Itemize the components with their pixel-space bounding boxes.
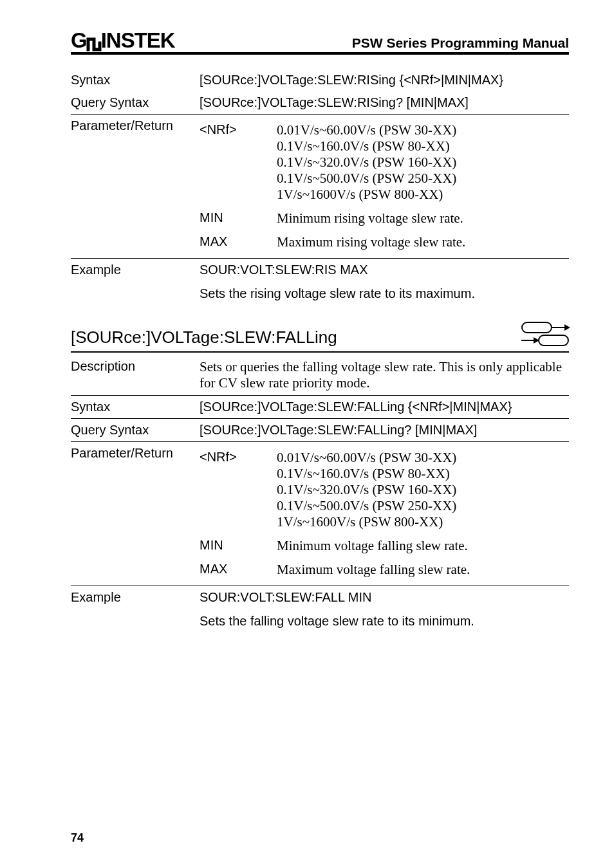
parameter-return-values: <NRf>0.01V/s~60.00V/s (PSW 30-XX)0.1V/s~… [200, 446, 569, 582]
example-label: Example [71, 590, 200, 605]
param-value-line: 0.1V/s~500.0V/s (PSW 250-XX) [277, 498, 569, 514]
description-row: Description Sets or queries the falling … [71, 353, 569, 395]
description-value: Sets or queries the falling voltage slew… [200, 359, 569, 391]
parameter-return-row: Parameter/Return <NRf>0.01V/s~60.00V/s (… [71, 442, 569, 586]
param-value-line: Minimum voltage falling slew rate. [277, 538, 569, 554]
param-value-line: 1V/s~1600V/s (PSW 800-XX) [277, 514, 569, 530]
param-value-line: 0.01V/s~60.00V/s (PSW 30-XX) [277, 122, 569, 138]
parameter-return-label: Parameter/Return [71, 446, 200, 461]
query-syntax-value: [SOURce:]VOLTage:SLEW:FALLing? [MIN|MAX] [200, 423, 569, 438]
param-entry: MINMinimum voltage falling slew rate. [200, 534, 569, 558]
param-value: 0.01V/s~60.00V/s (PSW 30-XX)0.1V/s~160.0… [277, 122, 569, 203]
syntax-row: Syntax [SOURce:]VOLTage:SLEW:FALLing {<N… [71, 396, 569, 418]
set-query-icon [521, 322, 569, 347]
parameter-return-row: Parameter/Return <NRf>0.01V/s~60.00V/s (… [71, 115, 569, 258]
logo-left: G [71, 30, 87, 51]
set-icon [521, 322, 569, 333]
example-row: Example SOUR:VOLT:SLEW:FALL MIN [71, 586, 569, 609]
query-syntax-row: Query Syntax [SOURce:]VOLTage:SLEW:RISin… [71, 91, 569, 114]
param-key: MIN [200, 538, 277, 554]
param-entry: <NRf>0.01V/s~60.00V/s (PSW 30-XX)0.1V/s~… [200, 446, 569, 534]
param-value: Minimum rising voltage slew rate. [277, 210, 569, 226]
param-value-line: 0.1V/s~500.0V/s (PSW 250-XX) [277, 171, 569, 187]
query-icon [521, 335, 569, 346]
param-key: MAX [200, 234, 277, 250]
param-entry: MAXMaximum voltage falling slew rate. [200, 558, 569, 582]
parameter-return-label: Parameter/Return [71, 118, 200, 133]
syntax-label: Syntax [71, 73, 200, 88]
logo-glyph-icon [86, 34, 102, 52]
syntax-value: [SOURce:]VOLTage:SLEW:FALLing {<NRf>|MIN… [200, 400, 569, 414]
page-number: 74 [71, 831, 84, 845]
param-value-line: 0.1V/s~320.0V/s (PSW 160-XX) [277, 154, 569, 171]
param-value: Minimum voltage falling slew rate. [277, 538, 569, 554]
param-value-line: 0.1V/s~320.0V/s (PSW 160-XX) [277, 482, 569, 498]
param-entry: MINMinimum rising voltage slew rate. [200, 207, 569, 230]
command-heading: [SOURce:]VOLTage:SLEW:FALLing [71, 328, 337, 347]
param-value-line: 0.01V/s~60.00V/s (PSW 30-XX) [277, 450, 569, 466]
param-key: MIN [200, 210, 277, 226]
page-title: PSW Series Programming Manual [352, 35, 569, 51]
param-value-line: Minimum rising voltage slew rate. [277, 210, 569, 226]
query-syntax-value: [SOURce:]VOLTage:SLEW:RISing? [MIN|MAX] [200, 95, 569, 110]
param-value: Maximum rising voltage slew rate. [277, 234, 569, 250]
command-heading-row: [SOURce:]VOLTage:SLEW:FALLing [71, 322, 569, 347]
param-value-line: Maximum voltage falling slew rate. [277, 562, 569, 578]
param-value-line: 1V/s~1600V/s (PSW 800-XX) [277, 187, 569, 203]
syntax-label: Syntax [71, 400, 200, 414]
query-syntax-row: Query Syntax [SOURce:]VOLTage:SLEW:FALLi… [71, 419, 569, 441]
brand-logo: G INSTEK [71, 30, 175, 51]
param-entry: <NRf>0.01V/s~60.00V/s (PSW 30-XX)0.1V/s~… [200, 118, 569, 207]
page-header: G INSTEK PSW Series Programming Manual [71, 30, 569, 55]
parameter-return-values: <NRf>0.01V/s~60.00V/s (PSW 30-XX)0.1V/s~… [200, 118, 569, 254]
param-key: <NRf> [200, 450, 277, 530]
example-row: Example SOUR:VOLT:SLEW:RIS MAX [71, 259, 569, 281]
example-note: Sets the falling voltage slew rate to it… [71, 609, 569, 631]
query-syntax-label: Query Syntax [71, 423, 200, 438]
syntax-row: Syntax [SOURce:]VOLTage:SLEW:RISing {<NR… [71, 69, 569, 91]
param-value-line: 0.1V/s~160.0V/s (PSW 80-XX) [277, 466, 569, 482]
param-value-line: 0.1V/s~160.0V/s (PSW 80-XX) [277, 138, 569, 154]
example-note: Sets the rising voltage slew rate to its… [71, 281, 569, 304]
param-entry: MAXMaximum rising voltage slew rate. [200, 230, 569, 254]
param-key: MAX [200, 562, 277, 578]
query-syntax-label: Query Syntax [71, 95, 200, 110]
param-value: Maximum voltage falling slew rate. [277, 562, 569, 578]
example-value: SOUR:VOLT:SLEW:FALL MIN [200, 590, 569, 605]
logo-right: INSTEK [101, 30, 175, 51]
example-value: SOUR:VOLT:SLEW:RIS MAX [200, 263, 569, 277]
param-key: <NRf> [200, 122, 277, 203]
example-label: Example [71, 263, 200, 277]
description-label: Description [71, 359, 200, 374]
param-value-line: Maximum rising voltage slew rate. [277, 234, 569, 250]
param-value: 0.01V/s~60.00V/s (PSW 30-XX)0.1V/s~160.0… [277, 450, 569, 530]
syntax-value: [SOURce:]VOLTage:SLEW:RISing {<NRf>|MIN|… [200, 73, 569, 88]
